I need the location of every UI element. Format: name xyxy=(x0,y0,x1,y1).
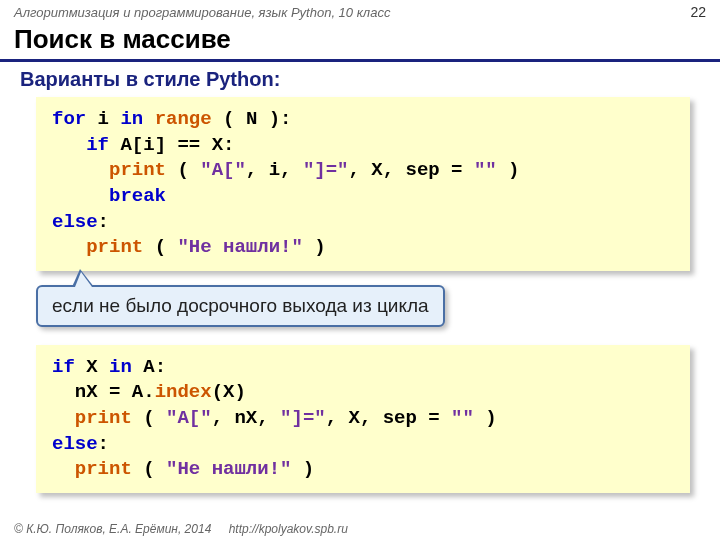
code-text: X xyxy=(75,356,109,378)
kw-else: else xyxy=(52,211,98,233)
footer: © К.Ю. Поляков, Е.А. Ерёмин, 2014 http:/… xyxy=(14,522,348,536)
course-label: Алгоритмизация и программирование, язык … xyxy=(14,5,390,20)
code-text: : xyxy=(98,211,109,233)
code-text: , nX, xyxy=(212,407,280,429)
kw-for: for xyxy=(52,108,86,130)
code-indent xyxy=(52,236,86,258)
code-text: : xyxy=(98,433,109,455)
code-indent xyxy=(52,381,75,403)
kw-in: in xyxy=(120,108,143,130)
code-block-1: for i in range ( N ): if A[i] == X: prin… xyxy=(36,97,690,271)
str: "" xyxy=(451,407,474,429)
kw-in: in xyxy=(109,356,132,378)
footer-url: http://kpolyakov.spb.ru xyxy=(229,522,348,536)
fn-index: index xyxy=(155,381,212,403)
code-text: (X) xyxy=(212,381,246,403)
code-text: ) xyxy=(474,407,497,429)
str: "Не нашли!" xyxy=(177,236,302,258)
code-text: A[i] == X: xyxy=(109,134,234,156)
fn-print: print xyxy=(109,159,166,181)
fn-print: print xyxy=(86,236,143,258)
callout-box: если не было досрочного выхода из цикла xyxy=(36,285,445,327)
kw-if: if xyxy=(52,356,75,378)
code-text: A: xyxy=(132,356,166,378)
str: "]=" xyxy=(303,159,349,181)
code-text: ) xyxy=(291,458,314,480)
code-indent xyxy=(52,458,75,480)
str: "]=" xyxy=(280,407,326,429)
callout-text: если не было досрочного выхода из цикла xyxy=(52,295,429,316)
code-text: ( xyxy=(143,236,177,258)
code-block-2: if X in A: nX = A.index(X) print ( "A[",… xyxy=(36,345,690,493)
code-text xyxy=(143,108,154,130)
code-indent xyxy=(52,185,109,207)
code-text: ( xyxy=(132,458,166,480)
code-text: , X, sep = xyxy=(348,159,473,181)
str: "A[" xyxy=(200,159,246,181)
code-text: nX = A. xyxy=(75,381,155,403)
code-indent xyxy=(52,159,109,181)
kw-else: else xyxy=(52,433,98,455)
code-text: ) xyxy=(303,236,326,258)
code-text: , i, xyxy=(246,159,303,181)
str: "A[" xyxy=(166,407,212,429)
page-title: Поиск в массиве xyxy=(0,22,720,62)
fn-range: range xyxy=(155,108,212,130)
kw-break: break xyxy=(109,185,166,207)
code-indent xyxy=(52,134,86,156)
header-bar: Алгоритмизация и программирование, язык … xyxy=(0,0,720,22)
code-indent xyxy=(52,407,75,429)
code-text: , X, sep = xyxy=(326,407,451,429)
copyright: © К.Ю. Поляков, Е.А. Ерёмин, 2014 xyxy=(14,522,211,536)
str: "Не нашли!" xyxy=(166,458,291,480)
code-text: i xyxy=(86,108,120,130)
fn-print: print xyxy=(75,407,132,429)
callout-wrap: если не было досрочного выхода из цикла xyxy=(36,285,690,327)
kw-if: if xyxy=(86,134,109,156)
subtitle: Варианты в стиле Python: xyxy=(0,68,720,97)
page-number: 22 xyxy=(690,4,706,20)
fn-print: print xyxy=(75,458,132,480)
code-text: ( xyxy=(132,407,166,429)
code-text: ( xyxy=(166,159,200,181)
callout-tail-icon xyxy=(72,269,94,287)
code-text: ( N ): xyxy=(212,108,292,130)
str: "" xyxy=(474,159,497,181)
code-text: ) xyxy=(497,159,520,181)
